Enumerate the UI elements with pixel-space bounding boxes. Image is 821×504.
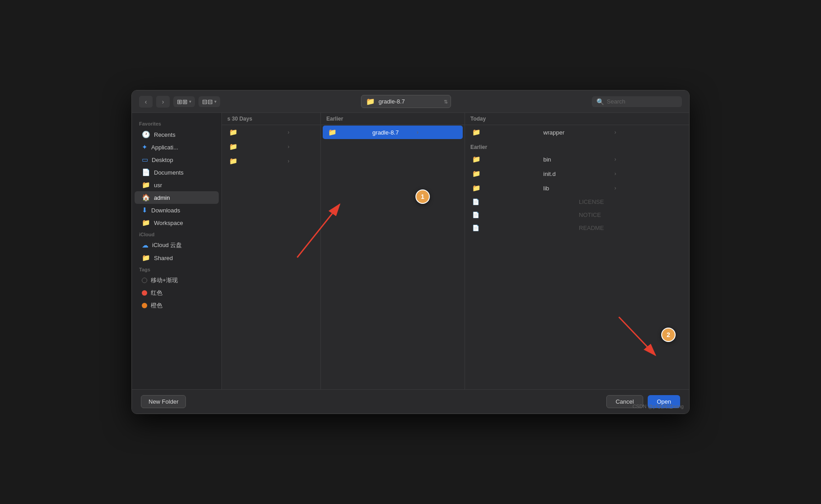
item-name-wrapper: wrapper [543,129,611,136]
icloud-icon: ☁ [142,241,149,249]
column-view-button[interactable]: ⊞⊞ ▾ [173,96,195,107]
doc-icon: 📄 [472,225,575,231]
tags-label: Tags [132,264,221,274]
item-name-notice: NOTICE [579,212,682,218]
folder-icon: 📁 [366,97,375,106]
sidebar-item-icloud-drive[interactable]: ☁ iCloud 云盘 [135,239,219,252]
new-folder-button[interactable]: New Folder [141,395,186,408]
new-folder-label: New Folder [149,398,178,405]
downloads-icon: ⬇ [142,206,148,214]
search-box: 🔍 [592,96,682,107]
list-item-notice[interactable]: 📄 NOTICE [467,209,687,221]
workspace-icon: 📁 [142,219,150,227]
sidebar-item-shared-label: Shared [154,255,173,261]
sidebar-item-tag-red-label: 红色 [151,289,162,297]
tag-orange-dot [142,303,147,308]
path-bar: 📁 gradle-8.7 ⇅ [224,95,588,108]
sidebar-item-desktop[interactable]: ▭ Desktop [135,153,219,166]
search-input[interactable] [607,98,674,105]
grid-view-button[interactable]: ⊟⊟ ▾ [198,96,220,107]
applications-icon: ✦ [142,143,148,151]
view-grid-button-group: ⊟⊟ ▾ [198,96,220,107]
back-button[interactable]: ‹ [139,96,153,108]
chevron-icon: › [614,171,682,177]
main-content: Favorites 🕐 Recents ✦ Applicati... ▭ Des… [132,113,689,389]
sidebar-item-tag-orange[interactable]: 橙色 [135,299,219,312]
file-dialog: ‹ › ⊞⊞ ▾ ⊟⊟ ▾ 📁 gradle-8.7 ⇅ 🔍 [131,90,690,414]
folder-icon: 📁 [229,128,255,136]
sidebar-item-admin-label: admin [154,194,170,201]
item-name-gradle: gradle-8.7 [372,129,413,136]
folder-icon: 📁 [472,155,540,163]
path-selector[interactable]: 📁 gradle-8.7 ⇅ [361,95,451,108]
chevron-icon: › [417,129,457,135]
panel-left: s 30 Days 📁 › 📁 › 📁 › [222,113,321,389]
icloud-label: iCloud [132,229,221,239]
sidebar-item-shared[interactable]: 📁 Shared [135,252,219,264]
folder-icon: 📁 [472,184,540,192]
toolbar: ‹ › ⊞⊞ ▾ ⊟⊟ ▾ 📁 gradle-8.7 ⇅ 🔍 [132,90,689,113]
sidebar-item-workspace[interactable]: 📁 Workspace [135,216,219,229]
watermark: CSDN @y1笑而过song [632,403,684,410]
recents-icon: 🕐 [142,130,150,139]
forward-button[interactable]: › [156,96,170,108]
folder-icon: 📁 [229,157,255,165]
chevron-icon: › [614,185,682,191]
chevron-icon: › [288,158,313,164]
path-arrows: ⇅ [444,99,448,104]
panel-mid: Earlier 📁 gradle-8.7 › [321,113,465,389]
folder-icon: 📁 [472,170,540,178]
sidebar-item-usr-label: usr [154,182,162,189]
view-column-button-group: ⊞⊞ ▾ [173,96,195,107]
sidebar-item-documents-label: Documents [154,169,184,176]
tag-none-dot [142,278,147,283]
list-item-initd[interactable]: 📁 init.d › [467,167,687,180]
list-item-readme[interactable]: 📄 README [467,222,687,234]
panel-left-header: s 30 Days [222,113,320,125]
panel-right-header-earlier: Earlier [465,140,689,152]
sidebar-item-tag-orange-label: 橙色 [151,302,162,310]
item-name-readme: README [579,225,682,231]
list-item[interactable]: 📁 › [224,126,319,139]
folder-icon: 📁 [328,128,369,136]
shared-icon: 📁 [142,254,150,262]
sidebar-item-downloads[interactable]: ⬇ Downloads [135,204,219,216]
sidebar-item-downloads-label: Downloads [151,207,180,214]
list-item[interactable]: 📁 › [224,154,319,168]
sidebar-item-usr[interactable]: 📁 usr [135,179,219,191]
sidebar-item-documents[interactable]: 📄 Documents [135,166,219,179]
usr-icon: 📁 [142,181,150,189]
sidebar-item-tag-red[interactable]: 红色 [135,287,219,299]
admin-icon: 🏠 [142,194,150,202]
cancel-label: Cancel [616,398,634,405]
item-name-license: LICENSE [579,198,682,205]
folder-icon: 📁 [472,128,540,136]
chevron-icon: › [288,144,313,150]
sidebar-item-applications[interactable]: ✦ Applicati... [135,141,219,153]
bottom-bar: New Folder Cancel Open [132,389,689,414]
panel-mid-header: Earlier [321,113,465,125]
doc-icon: 📄 [472,212,575,218]
sidebar-item-applications-label: Applicati... [151,144,178,151]
list-item[interactable]: 📁 › [224,140,319,153]
sidebar-item-recents[interactable]: 🕐 Recents [135,128,219,141]
path-folder-name: gradle-8.7 [379,98,405,105]
list-item-lib[interactable]: 📁 lib › [467,181,687,195]
chevron-icon: › [614,129,682,135]
item-name-lib: lib [543,185,611,192]
sidebar: Favorites 🕐 Recents ✦ Applicati... ▭ Des… [132,113,222,389]
list-item-gradle[interactable]: 📁 gradle-8.7 › [323,126,463,139]
desktop-icon: ▭ [142,156,148,164]
sidebar-item-admin[interactable]: 🏠 admin [135,191,219,204]
sidebar-item-tag-move-label: 移动+渐现 [151,276,178,284]
list-item-bin[interactable]: 📁 bin › [467,153,687,166]
file-browser: 1 2 s 30 Days 📁 › 📁 › [222,113,689,389]
list-item-wrapper[interactable]: 📁 wrapper › [467,126,687,139]
doc-icon: 📄 [472,198,575,205]
list-item-license[interactable]: 📄 LICENSE [467,196,687,208]
chevron-icon: › [288,129,313,135]
sidebar-item-tag-move[interactable]: 移动+渐现 [135,274,219,287]
tag-red-dot [142,290,147,296]
search-icon: 🔍 [596,98,604,105]
sidebar-item-icloud-label: iCloud 云盘 [152,241,182,249]
